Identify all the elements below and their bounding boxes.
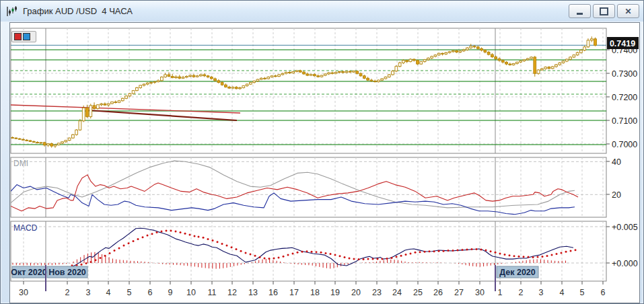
candle[interactable] bbox=[57, 143, 60, 145]
candle[interactable] bbox=[111, 102, 114, 104]
maximize-button[interactable] bbox=[593, 4, 615, 18]
candle[interactable] bbox=[242, 85, 245, 89]
candle-body bbox=[459, 51, 462, 52]
candle-body bbox=[225, 85, 227, 87]
candle-body bbox=[107, 104, 110, 105]
candle[interactable] bbox=[96, 104, 99, 110]
macd-signal-dot bbox=[499, 253, 501, 255]
window-titlebar[interactable]: График AUD /USD 4 ЧАСА ✕ bbox=[1, 1, 643, 22]
macd-signal-dot bbox=[438, 250, 440, 252]
candle-body bbox=[484, 50, 487, 52]
candle-body bbox=[559, 63, 561, 65]
candlestick-chart-icon bbox=[6, 5, 18, 17]
candle[interactable] bbox=[534, 56, 536, 77]
macd-signal-dot bbox=[452, 250, 454, 252]
candle-body bbox=[310, 75, 312, 75]
candle-body bbox=[441, 53, 444, 54]
time-axis-label: 4 bbox=[106, 288, 111, 297]
price-axis-label: 0.7300 bbox=[612, 69, 637, 79]
candle-body bbox=[153, 82, 156, 83]
candle-body bbox=[146, 83, 149, 84]
candle-body bbox=[125, 96, 128, 99]
candle-body bbox=[82, 108, 85, 120]
candle-body bbox=[214, 79, 217, 81]
macd-signal-dot bbox=[424, 251, 426, 253]
macd-signal-dot bbox=[278, 256, 280, 258]
candle[interactable] bbox=[118, 100, 120, 104]
time-axis-label: 3 bbox=[539, 288, 544, 297]
candle-body bbox=[381, 79, 384, 80]
candle-body bbox=[79, 121, 81, 130]
macd-signal-dot bbox=[137, 238, 139, 240]
candle-body bbox=[338, 71, 341, 72]
candle[interactable] bbox=[551, 66, 554, 69]
chart-canvas[interactable]: Окт 2020Нов 2020Дек 2020DMIMACD0.74000.7… bbox=[10, 23, 639, 303]
candle[interactable] bbox=[388, 74, 390, 78]
candle-body bbox=[331, 73, 334, 73]
month-box: Нов 2020 bbox=[47, 266, 87, 278]
candle[interactable] bbox=[121, 98, 124, 102]
candle-body bbox=[242, 86, 245, 88]
time-axis-label: 5 bbox=[580, 288, 585, 297]
candle-body bbox=[569, 57, 572, 59]
candle-body bbox=[470, 46, 472, 48]
candle[interactable] bbox=[278, 74, 281, 77]
candle[interactable] bbox=[378, 79, 380, 82]
close-button[interactable]: ✕ bbox=[617, 4, 639, 18]
macd-signal-dot bbox=[377, 258, 379, 260]
macd-signal-dot bbox=[561, 252, 563, 254]
candle-body bbox=[281, 73, 284, 75]
candle[interactable] bbox=[125, 96, 128, 100]
candle[interactable] bbox=[417, 60, 419, 65]
candle[interactable] bbox=[75, 129, 78, 136]
minimize-button[interactable] bbox=[569, 4, 591, 18]
candle[interactable] bbox=[90, 104, 92, 118]
candle[interactable] bbox=[267, 76, 270, 79]
candle-body bbox=[303, 72, 306, 74]
candle-body bbox=[217, 81, 220, 83]
candle-body bbox=[32, 141, 35, 142]
macd-signal-dot bbox=[546, 255, 548, 257]
candle-body bbox=[456, 50, 458, 52]
candle[interactable] bbox=[249, 82, 252, 85]
candle[interactable] bbox=[82, 106, 85, 122]
macd-signal-dot bbox=[264, 258, 266, 260]
candle-body bbox=[235, 87, 238, 89]
macd-signal-dot bbox=[236, 248, 238, 250]
candle[interactable] bbox=[71, 134, 74, 139]
candle-body bbox=[150, 83, 153, 83]
macd-signal-dot bbox=[292, 253, 294, 255]
macd-signal-dot bbox=[161, 231, 163, 233]
candle[interactable] bbox=[594, 38, 597, 46]
candle-body bbox=[285, 72, 287, 73]
candle-body bbox=[192, 75, 195, 77]
candle[interactable] bbox=[395, 65, 398, 72]
candle[interactable] bbox=[160, 76, 163, 81]
candle-body bbox=[417, 61, 419, 64]
macd-signal-dot bbox=[231, 246, 233, 248]
candle[interactable] bbox=[136, 87, 139, 91]
candle-body bbox=[448, 52, 451, 52]
candle[interactable] bbox=[132, 90, 135, 94]
time-axis-label: 12 bbox=[227, 288, 237, 297]
macd-signal-dot bbox=[457, 250, 459, 252]
candle[interactable] bbox=[392, 70, 394, 75]
candle-body bbox=[583, 47, 586, 50]
candle[interactable] bbox=[79, 119, 81, 131]
candle-body bbox=[587, 40, 589, 47]
macd-signal-dot bbox=[570, 250, 572, 252]
macd-signal-dot bbox=[471, 248, 473, 250]
candle[interactable] bbox=[420, 61, 423, 65]
candle[interactable] bbox=[384, 76, 387, 79]
sell-marker-button[interactable] bbox=[14, 33, 22, 40]
candle[interactable] bbox=[68, 137, 71, 141]
candle-body bbox=[487, 52, 490, 55]
macd-axis-label: +0.005 bbox=[612, 223, 638, 232]
candle-body bbox=[540, 69, 543, 70]
candle-body bbox=[104, 104, 106, 105]
candle-body bbox=[491, 54, 494, 57]
candle-body bbox=[420, 62, 423, 65]
candle-body bbox=[594, 39, 597, 46]
macd-signal-dot bbox=[518, 256, 520, 258]
buy-marker-button[interactable] bbox=[23, 33, 30, 40]
